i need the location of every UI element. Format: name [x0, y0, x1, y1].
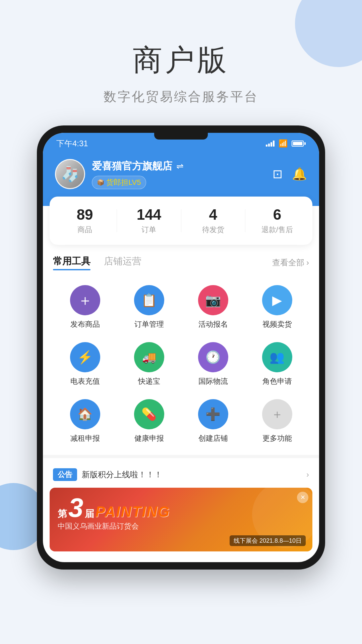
stat-item-refund[interactable]: 6 退款/售后	[245, 207, 309, 235]
tab-common-tools[interactable]: 常用工具	[53, 255, 90, 270]
store-name: 爱喜猫官方旗舰店	[92, 159, 172, 173]
avatar-image	[56, 160, 84, 188]
tool-item-health[interactable]: 💊 健康申报	[117, 394, 181, 448]
tool-item-publish[interactable]: ＋ 发布商品	[53, 280, 117, 334]
wifi-icon: 📶	[279, 139, 288, 148]
stat-label-orders: 订单	[117, 225, 181, 235]
tool-item-express[interactable]: 🚚 快递宝	[117, 337, 181, 391]
tool-label-logistics: 国际物流	[198, 376, 228, 386]
tool-icon-publish: ＋	[70, 285, 100, 315]
tool-label-create-store: 创建店铺	[198, 433, 228, 443]
announcement-tag: 公告	[53, 468, 77, 481]
banner-number: 3	[68, 494, 83, 521]
badge-icon: 📦	[97, 179, 104, 186]
tool-icon-health: 💊	[134, 399, 164, 429]
tool-label-orders: 订单管理	[134, 319, 164, 329]
store-info: 爱喜猫官方旗舰店 ⇌ 📦 货郎担LV5	[92, 159, 184, 189]
header-right-icons: ⊡ 🔔	[273, 167, 307, 181]
tool-icon-orders: 📋	[134, 285, 164, 315]
tool-icon-video: ▶	[262, 285, 292, 315]
tool-item-rent[interactable]: 🏠 减租申报	[53, 394, 117, 448]
tool-label-more: 更多功能	[262, 433, 292, 443]
stat-label-pending: 待发货	[181, 225, 245, 235]
tool-icon-logistics: 🕐	[198, 342, 228, 372]
tools-tabs: 常用工具 店铺运营 查看全部 ›	[53, 255, 309, 270]
tools-section: 常用工具 店铺运营 查看全部 › ＋ 发布商品	[43, 245, 319, 448]
tool-label-publish: 发布商品	[70, 319, 100, 329]
signal-icon	[266, 141, 275, 147]
view-all-button[interactable]: 查看全部 ›	[272, 257, 309, 268]
tool-label-express: 快递宝	[138, 376, 160, 386]
stat-item-pending[interactable]: 4 待发货	[181, 207, 245, 235]
banner[interactable]: 第 3 届 PAINTING 中国义乌画业新品订货会 线下展会 2021.8.8…	[50, 488, 312, 551]
tool-item-video[interactable]: ▶ 视频卖货	[245, 280, 309, 334]
phone-frame: 下午4:31 📶	[37, 125, 325, 570]
user-left: 爱喜猫官方旗舰店 ⇌ 📦 货郎担LV5	[55, 159, 184, 189]
announcement-text: 新版积分上线啦！！！	[82, 469, 302, 480]
tool-icon-create-store: ➕	[198, 399, 228, 429]
section-divider	[43, 455, 319, 458]
banner-title-row: 第 3 届 PAINTING	[58, 494, 304, 521]
stat-label-goods: 商品	[53, 225, 117, 235]
scan-icon[interactable]: ⊡	[273, 167, 283, 181]
stats-card: 89 商品 144 订单 4 待发货 6 退款/售后	[50, 197, 312, 245]
banner-content: 第 3 届 PAINTING 中国义乌画业新品订货会	[50, 488, 312, 538]
tool-label-health: 健康申报	[134, 433, 164, 443]
phone-screen: 下午4:31 📶	[43, 133, 319, 562]
stat-number-goods: 89	[53, 207, 117, 223]
stat-label-refund: 退款/售后	[245, 225, 309, 235]
tool-icon-rent: 🏠	[70, 399, 100, 429]
banner-prefix: 第	[58, 507, 67, 520]
tool-item-create-store[interactable]: ➕ 创建店铺	[181, 394, 245, 448]
level-badge: 📦 货郎担LV5	[92, 176, 146, 189]
tool-item-more[interactable]: ＋ 更多功能	[245, 394, 309, 448]
banner-sub-text: 中国义乌画业新品订货会	[58, 521, 304, 531]
announcement-arrow-icon: ›	[306, 470, 309, 479]
tool-item-logistics[interactable]: 🕐 国际物流	[181, 337, 245, 391]
announcement-bar[interactable]: 公告 新版积分上线啦！！！ ›	[43, 462, 319, 488]
page-title: 商户版	[0, 40, 362, 80]
avatar[interactable]	[55, 159, 85, 189]
banner-painting-text: PAINTING	[96, 503, 170, 520]
tool-item-activity[interactable]: 📷 活动报名	[181, 280, 245, 334]
tool-icon-express: 🚚	[134, 342, 164, 372]
tool-icon-electric: ⚡	[70, 342, 100, 372]
tool-icon-activity: 📷	[198, 285, 228, 315]
bell-icon[interactable]: 🔔	[292, 167, 307, 181]
battery-icon	[292, 141, 306, 147]
tool-item-role[interactable]: 👥 角色申请	[245, 337, 309, 391]
stat-number-refund: 6	[245, 207, 309, 223]
tool-item-electric[interactable]: ⚡ 电表充值	[53, 337, 117, 391]
status-icons: 📶	[266, 139, 306, 148]
phone-wrapper: 下午4:31 📶	[0, 125, 362, 570]
status-time: 下午4:31	[56, 138, 88, 149]
badge-label: 货郎担LV5	[106, 177, 141, 187]
chevron-right-icon: ›	[306, 258, 309, 267]
stat-item-orders[interactable]: 144 订单	[117, 207, 181, 235]
phone-notch	[154, 133, 208, 140]
tool-item-orders[interactable]: 📋 订单管理	[117, 280, 181, 334]
stat-number-orders: 144	[117, 207, 181, 223]
switch-store-icon[interactable]: ⇌	[176, 161, 184, 171]
tool-label-electric: 电表充值	[70, 376, 100, 386]
tool-label-activity: 活动报名	[198, 319, 228, 329]
tool-label-video: 视频卖货	[262, 319, 292, 329]
banner-suffix: 届	[85, 507, 94, 520]
tool-label-rent: 减租申报	[70, 433, 100, 443]
tab-store-operations[interactable]: 店铺运营	[104, 255, 141, 270]
stat-number-pending: 4	[181, 207, 245, 223]
page-header: 商户版 数字化贸易综合服务平台	[0, 0, 362, 125]
tool-label-role: 角色申请	[262, 376, 292, 386]
stat-item-goods[interactable]: 89 商品	[53, 207, 117, 235]
view-all-label: 查看全部	[272, 257, 304, 268]
page-subtitle: 数字化贸易综合服务平台	[0, 88, 362, 105]
user-row: 爱喜猫官方旗舰店 ⇌ 📦 货郎担LV5 ⊡ 🔔	[55, 159, 307, 189]
tool-icon-more: ＋	[262, 399, 292, 429]
tool-icon-role: 👥	[262, 342, 292, 372]
store-name-row: 爱喜猫官方旗舰店 ⇌	[92, 159, 184, 173]
tool-grid: ＋ 发布商品 📋 订单管理 📷 活动报名	[53, 280, 309, 448]
